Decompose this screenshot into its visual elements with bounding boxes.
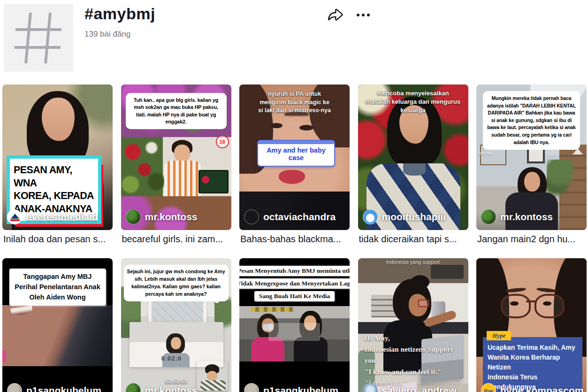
overlay-line: KOREA, KEPADA: [14, 190, 94, 203]
clip-timestamp: 0:02:0: [161, 355, 182, 362]
creator-link[interactable]: mr.kontoss: [126, 383, 198, 392]
creator-avatar: [126, 383, 141, 392]
creator-link[interactable]: mr.kontoss: [126, 209, 198, 224]
video-thumbnail[interactable]: 0:02:0 dia dia dia Sejauh ini, jujur gw …: [121, 258, 231, 392]
video-caption[interactable]: becareful girls. ini zam...: [122, 234, 231, 245]
video-caption[interactable]: tidak diceraikan tapi s...: [359, 234, 468, 245]
video-grid: PESAN AMY, WNA KOREA, KEPADA ANAK-ANAKNY…: [2, 85, 586, 392]
video-tile: 18 Tuh kan.. apa gue blg girls. kalian y…: [121, 85, 231, 258]
hype-brand-tag: Hype: [487, 331, 511, 340]
video-caption[interactable]: Inilah doa dan pesan s...: [3, 234, 113, 245]
overlay-text: mencoba menyelesaikan masalah keluarga d…: [358, 89, 468, 115]
overlay-comment: Sejauh ini, jujur gw msh condong ke Amy …: [124, 265, 229, 301]
creator-avatar: [7, 383, 22, 392]
video-tile: mencoba menyelesaikan masalah keluarga d…: [358, 85, 468, 258]
creator-link[interactable]: everestmediaid: [7, 209, 98, 224]
video-tile: Indonesia yang support Hi Amy, Indonesia…: [358, 258, 468, 392]
creator-username: p1sangkubelum: [26, 385, 101, 392]
creator-username: everestmediaid: [26, 211, 98, 223]
video-caption[interactable]: Bahas-bahas blackma...: [240, 234, 350, 245]
page-title: #amybmj: [84, 5, 155, 23]
creator-link[interactable]: octaviachandra: [244, 209, 336, 224]
overlay-comment: Tuh kan.. apa gue blg girls. kalian yg m…: [126, 93, 227, 129]
tv-screen: [199, 170, 229, 193]
creator-avatar: [7, 209, 22, 224]
creator-link[interactable]: p1sangkubelum: [7, 383, 101, 392]
video-tile: Hype Ucapkan Terima Kasih, Amy Wanita Ko…: [476, 258, 587, 392]
overlay-top-text: Indonesia yang support: [358, 259, 468, 265]
video-thumbnail[interactable]: nyuruh si PA untuk mengirim black magic …: [239, 85, 350, 230]
press-watermark: [268, 323, 320, 341]
creator-username: mr.kontoss: [145, 385, 198, 392]
channel-logo-icon: [573, 148, 583, 154]
creator-avatar: [244, 209, 259, 224]
creator-link[interactable]: saviero_andrew: [363, 383, 457, 392]
hashtag-thumbnail: [4, 4, 73, 72]
creator-username: p1sangkubelum: [263, 385, 338, 392]
overlay-headline: Tanggapan Amy MBJ Perihal Penelantaran A…: [9, 269, 106, 306]
share-button[interactable]: [328, 7, 344, 23]
video-thumbnail[interactable]: Indonesia yang support Hi Amy, Indonesia…: [358, 258, 468, 392]
creator-username: mr.kontoss: [145, 211, 198, 223]
show-watermark: SHOW: [479, 151, 492, 156]
overlay-line: PESAN AMY, WNA: [14, 164, 94, 190]
video-tile: Pesan Menyentuh Amy BMJ meminta utk Tida…: [239, 258, 350, 392]
video-thumbnail[interactable]: 18 Tuh kan.. apa gue blg girls. kalian y…: [121, 85, 231, 230]
creator-avatar: [363, 209, 378, 224]
creator-username: octaviachandra: [263, 211, 336, 223]
more-options-button[interactable]: [357, 7, 370, 23]
video-tile: nyuruh si PA untuk mengirim black magic …: [239, 85, 350, 258]
video-thumbnail[interactable]: Tanggapan Amy MBJ Perihal Penelantaran A…: [2, 258, 113, 392]
creator-avatar: [244, 383, 259, 392]
creator-avatar: Hype: [481, 383, 496, 392]
topic-label: Amy and her baby case: [261, 146, 331, 161]
video-tile: SHOW Mungkin mereka tidak pernah baca ad…: [476, 85, 587, 258]
creator-username: mooitushapiii: [382, 211, 446, 223]
overlay-headline: Pesan Menyentuh Amy BMJ meminta utk Tida…: [239, 266, 350, 301]
creator-avatar: [363, 383, 378, 392]
creator-username: mr.kontoss: [500, 211, 553, 223]
share-icon: [328, 7, 344, 23]
creator-avatar: [126, 209, 141, 224]
video-tile: 0:02:0 dia dia dia Sejauh ini, jujur gw …: [121, 258, 231, 392]
overlay-message: Hi Amy, Indonesian netizens Support you …: [365, 332, 453, 389]
creator-username: hype.kompascom: [500, 385, 583, 392]
video-caption[interactable]: Jangan main2 dgn hu...: [477, 234, 587, 245]
video-tile: Tanggapan Amy MBJ Perihal Penelantaran A…: [2, 258, 113, 392]
creator-link[interactable]: mooitushapiii: [363, 209, 446, 224]
hash-icon: [13, 10, 64, 66]
creator-avatar: [481, 209, 496, 224]
creator-username: saviero_andrew: [382, 385, 457, 392]
video-thumbnail[interactable]: Hype Ucapkan Terima Kasih, Amy Wanita Ko…: [476, 258, 587, 392]
creator-link[interactable]: mr.kontoss: [481, 209, 553, 224]
hashtag-header: #amybmj 139 bài đăng: [0, 0, 588, 72]
video-thumbnail[interactable]: PESAN AMY, WNA KOREA, KEPADA ANAK-ANAKNY…: [2, 85, 113, 230]
post-count: 139 bài đăng: [84, 30, 155, 39]
topic-window-graphic: Amy and her baby case: [257, 140, 335, 167]
overlay-comment: Mungkin mereka tidak pernah baca adanya …: [483, 91, 580, 150]
creator-link[interactable]: Hype hype.kompascom: [481, 383, 583, 392]
video-thumbnail[interactable]: SHOW Mungkin mereka tidak pernah baca ad…: [476, 85, 587, 230]
age-rating-badge: 18: [216, 135, 229, 148]
video-thumbnail[interactable]: Pesan Menyentuh Amy BMJ meminta utk Tida…: [239, 258, 350, 392]
video-thumbnail[interactable]: mencoba menyelesaikan masalah keluarga d…: [358, 85, 468, 230]
creator-link[interactable]: p1sangkubelum: [244, 383, 338, 392]
video-tile: PESAN AMY, WNA KOREA, KEPADA ANAK-ANAKNY…: [2, 85, 113, 258]
more-options-icon: [357, 14, 359, 16]
overlay-text: nyuruh si PA untuk mengirim black magic …: [239, 90, 350, 115]
